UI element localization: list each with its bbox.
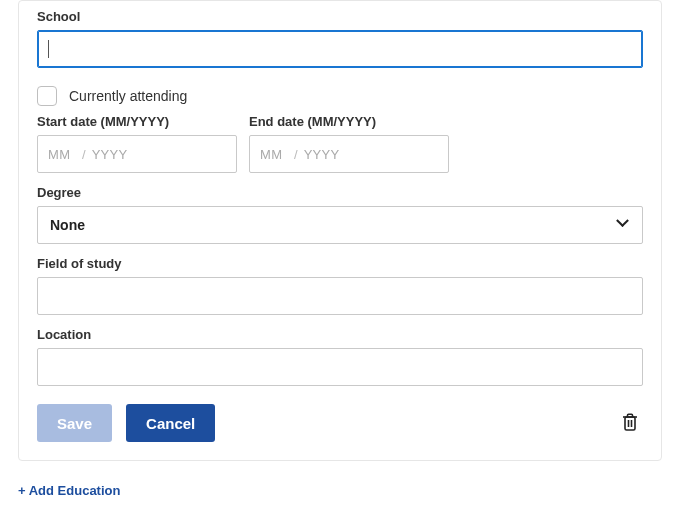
location-label: Location [37, 327, 643, 342]
start-year-input[interactable] [92, 147, 142, 162]
degree-label: Degree [37, 185, 643, 200]
button-row: Save Cancel [37, 404, 643, 442]
currently-attending-row: Currently attending [37, 86, 643, 106]
start-date-input[interactable]: / [37, 135, 237, 173]
location-input[interactable] [37, 348, 643, 386]
trash-icon [621, 412, 639, 432]
date-sep: / [82, 147, 86, 162]
field-of-study-input[interactable] [37, 277, 643, 315]
start-month-input[interactable] [48, 147, 76, 162]
degree-select[interactable]: None [37, 206, 643, 244]
save-button[interactable]: Save [37, 404, 112, 442]
end-date-label: End date (MM/YYYY) [249, 114, 449, 129]
currently-attending-label: Currently attending [69, 88, 187, 104]
education-entry-panel: School Currently attending Start date (M… [18, 0, 662, 461]
add-education-link[interactable]: + Add Education [18, 483, 662, 498]
degree-selected-value: None [50, 217, 85, 233]
delete-button[interactable] [617, 408, 643, 439]
end-date-input[interactable]: / [249, 135, 449, 173]
svg-rect-0 [625, 417, 635, 430]
dates-row: Start date (MM/YYYY) / End date (MM/YYYY… [37, 114, 643, 173]
school-label: School [37, 9, 643, 24]
currently-attending-checkbox[interactable] [37, 86, 57, 106]
start-date-label: Start date (MM/YYYY) [37, 114, 237, 129]
chevron-down-icon [618, 219, 630, 231]
end-year-input[interactable] [304, 147, 354, 162]
school-input[interactable] [37, 30, 643, 68]
date-sep: / [294, 147, 298, 162]
cancel-button[interactable]: Cancel [126, 404, 215, 442]
end-month-input[interactable] [260, 147, 288, 162]
field-of-study-label: Field of study [37, 256, 643, 271]
